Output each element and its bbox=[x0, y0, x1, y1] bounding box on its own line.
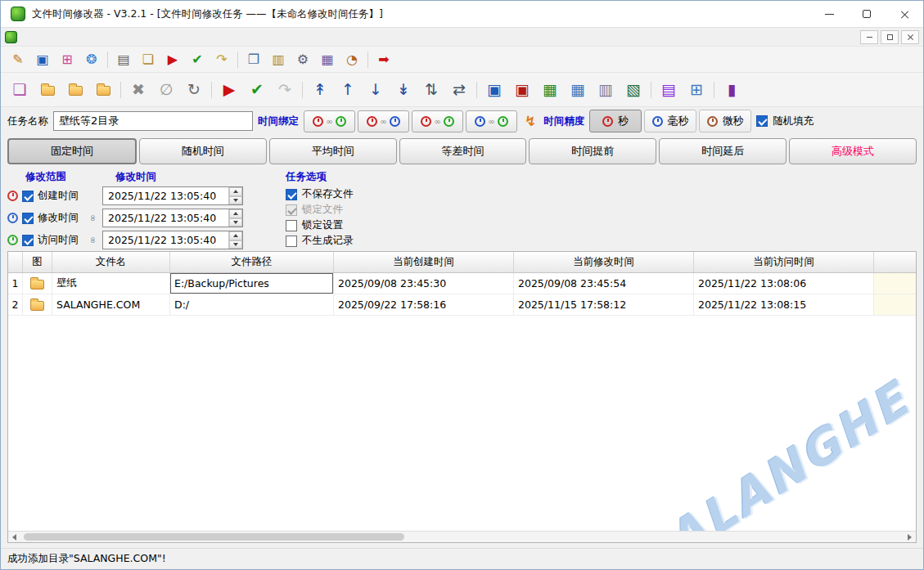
undo-task-button[interactable]: ↷ bbox=[271, 76, 299, 103]
spin-down-button[interactable] bbox=[229, 240, 242, 249]
scroll-left-button[interactable] bbox=[8, 532, 20, 542]
apply-task-button[interactable]: ✔ bbox=[243, 76, 271, 103]
move-bottom-button[interactable]: ↡ bbox=[390, 76, 417, 103]
mode-tab-3[interactable]: 等差时间 bbox=[399, 138, 527, 164]
bind-modify-access-button[interactable]: ∞ bbox=[412, 110, 463, 132]
option-checkbox[interactable] bbox=[286, 220, 297, 231]
mode-tab-4[interactable]: 时间提前 bbox=[529, 138, 656, 164]
datetime-input[interactable]: 2025/11/22 13:05:40 bbox=[102, 209, 243, 227]
undo-button[interactable]: ↷ bbox=[210, 48, 234, 70]
bind-create-access-button[interactable]: ∞ bbox=[358, 110, 409, 132]
grid-view-button[interactable]: ⊞ bbox=[683, 76, 710, 103]
row-number-header[interactable] bbox=[8, 252, 23, 272]
settings-button[interactable]: ⚙ bbox=[291, 48, 315, 70]
spin-down-button[interactable] bbox=[229, 218, 242, 227]
exit-button[interactable]: ➡ bbox=[372, 48, 396, 70]
column-header[interactable]: 文件路径 bbox=[170, 252, 334, 272]
open-folder-button[interactable] bbox=[34, 76, 61, 103]
database-button[interactable]: ▤ bbox=[655, 76, 683, 103]
mode-tab-6[interactable]: 高级模式 bbox=[789, 138, 917, 164]
save-task-button[interactable]: ▣ bbox=[30, 48, 55, 70]
datetime-input[interactable]: 2025/11/22 13:05:40 bbox=[102, 231, 243, 249]
spin-up-button[interactable] bbox=[229, 231, 242, 240]
export-excel-button[interactable]: ▧ bbox=[620, 76, 647, 103]
print-button[interactable]: ▤ bbox=[111, 48, 136, 70]
mode-tab-1[interactable]: 随机时间 bbox=[139, 138, 267, 164]
precision-option-0[interactable]: 秒 bbox=[589, 110, 642, 132]
add-file-button[interactable]: ❏ bbox=[6, 76, 34, 103]
time-bind-label: 时间绑定 bbox=[258, 114, 299, 128]
precision-option-2[interactable]: 微秒 bbox=[699, 110, 751, 132]
table-row[interactable]: 1壁纸E:/Backup/Pictures2025/09/08 23:45:30… bbox=[8, 273, 916, 294]
mode-tab-5[interactable]: 时间延后 bbox=[659, 138, 787, 164]
mobile-button[interactable]: ▮ bbox=[718, 76, 746, 103]
file-path-cell[interactable]: E:/Backup/Pictures bbox=[170, 273, 334, 294]
file-path-cell[interactable]: D:/ bbox=[170, 294, 334, 315]
spin-down-button[interactable] bbox=[229, 196, 242, 205]
refresh-button[interactable]: ↻ bbox=[180, 76, 208, 103]
bind-create-modify-button[interactable]: ∞ bbox=[304, 110, 355, 132]
move-top-button[interactable]: ↟ bbox=[306, 76, 334, 103]
add-folder-button[interactable] bbox=[61, 76, 89, 103]
spin-up-button[interactable] bbox=[229, 187, 242, 196]
table-row[interactable]: 2SALANGHE.COMD:/2025/09/22 17:58:162025/… bbox=[8, 294, 916, 316]
homepage-button[interactable]: ❂ bbox=[79, 48, 104, 70]
save-as-button[interactable]: ▣ bbox=[508, 76, 536, 103]
window-find-button[interactable]: ❐ bbox=[241, 48, 266, 70]
shuffle-button[interactable]: ⇄ bbox=[445, 76, 473, 103]
time-type-checkbox[interactable] bbox=[22, 213, 34, 224]
run-task-button[interactable]: ▶ bbox=[215, 76, 243, 103]
mode-tab-0[interactable]: 固定时间 bbox=[7, 138, 137, 164]
scroll-right-button[interactable] bbox=[904, 532, 916, 542]
move-down-button[interactable]: ↓ bbox=[362, 76, 390, 103]
task-manager-button[interactable]: ⊞ bbox=[55, 48, 79, 70]
save-list-button[interactable]: ▣ bbox=[480, 76, 508, 103]
clear-list-button[interactable]: ∅ bbox=[152, 76, 180, 103]
spin-up-button[interactable] bbox=[229, 209, 242, 218]
minimize-button[interactable] bbox=[810, 1, 848, 27]
swap-button[interactable]: ⇅ bbox=[417, 76, 445, 103]
mdi-minimize-button[interactable] bbox=[860, 30, 878, 44]
mdi-close-button[interactable] bbox=[901, 30, 919, 44]
column-header[interactable]: 图 bbox=[23, 252, 52, 272]
column-header[interactable]: 当前修改时间 bbox=[514, 252, 694, 272]
unlink-icon[interactable]: ↯ bbox=[525, 113, 536, 129]
import-table-button[interactable]: ▦ bbox=[564, 76, 592, 103]
chain-icon[interactable]: ∞ bbox=[88, 213, 98, 223]
option-checkbox[interactable] bbox=[286, 236, 297, 247]
new-task-button[interactable]: ✎ bbox=[6, 48, 30, 70]
option-checkbox[interactable] bbox=[286, 189, 297, 200]
column-header[interactable]: 文件名 bbox=[52, 252, 170, 272]
export-table-button[interactable]: ▦ bbox=[536, 76, 564, 103]
delete-button[interactable]: ✖ bbox=[124, 76, 152, 103]
log-button[interactable]: ▦ bbox=[315, 48, 340, 70]
mode-tab-2[interactable]: 平均时间 bbox=[269, 138, 397, 164]
bind-all-times-button[interactable]: ∞ bbox=[466, 110, 517, 132]
close-button[interactable] bbox=[886, 1, 923, 27]
apply-button[interactable]: ✔ bbox=[185, 48, 210, 70]
column-header[interactable]: 当前访问时间 bbox=[694, 252, 874, 272]
schedule-button[interactable]: ◔ bbox=[340, 48, 364, 70]
scrollbar-track[interactable] bbox=[20, 532, 904, 542]
modified-time-cell: 2025/11/15 17:58:12 bbox=[514, 294, 694, 315]
clipboard-button[interactable]: ▥ bbox=[266, 48, 291, 70]
task-name-input[interactable] bbox=[53, 111, 253, 131]
time-type-label: 创建时间 bbox=[38, 189, 83, 203]
copy-button[interactable]: ❏ bbox=[136, 48, 160, 70]
run-button[interactable]: ▶ bbox=[160, 48, 185, 70]
random-fill-checkbox[interactable] bbox=[756, 115, 768, 127]
column-header[interactable]: 当前创建时间 bbox=[334, 252, 514, 272]
mdi-restore-button[interactable] bbox=[881, 30, 899, 44]
precision-option-1[interactable]: 毫秒 bbox=[644, 110, 696, 132]
horizontal-scrollbar[interactable] bbox=[8, 531, 916, 542]
scrollbar-thumb[interactable] bbox=[24, 533, 404, 541]
time-type-checkbox[interactable] bbox=[22, 235, 34, 246]
copy-table-button[interactable]: ▥ bbox=[592, 76, 620, 103]
move-up-button[interactable]: ↑ bbox=[334, 76, 362, 103]
maximize-button[interactable] bbox=[848, 1, 886, 27]
import-folder-button[interactable] bbox=[89, 76, 117, 103]
time-type-checkbox[interactable] bbox=[22, 191, 34, 202]
chain-icon[interactable]: ∞ bbox=[88, 235, 98, 245]
import-folder-icon bbox=[97, 86, 110, 96]
datetime-input[interactable]: 2025/11/22 13:05:40 bbox=[102, 186, 243, 205]
